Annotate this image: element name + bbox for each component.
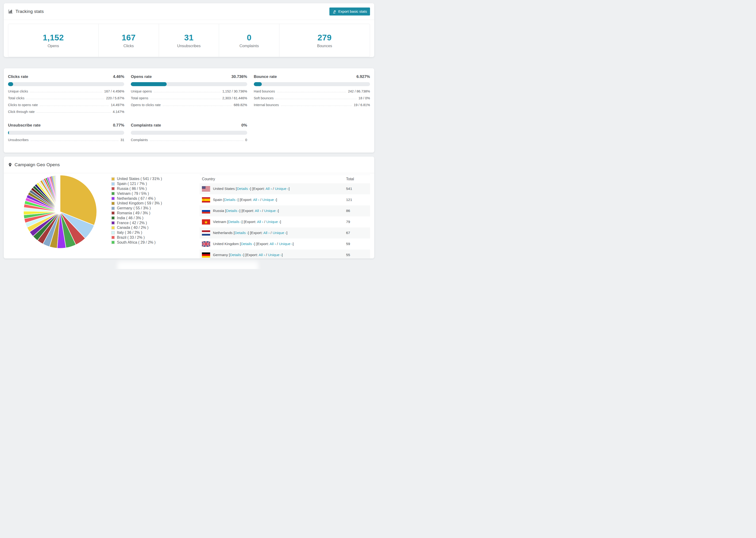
slash: / (259, 197, 262, 201)
rate-panel-opens-rate: Opens rate30.736%Unique opens1,152 / 30.… (131, 75, 247, 114)
export-all-link[interactable]: All › (259, 252, 265, 256)
legend-color-chip (111, 192, 115, 195)
gb-flag-icon (202, 241, 210, 247)
legend-item: Germany ( 55 / 3% ) (111, 206, 189, 211)
rate-detail-row: Total clicks220 / 5.87% (8, 95, 124, 100)
geo-header: Campaign Geo Opens (4, 157, 374, 173)
rate-detail-label: Clicks to opens rate (8, 103, 38, 107)
export-all-link[interactable]: All › (266, 187, 272, 190)
tracking-stats-card: Tracking stats Export basic stats 1,152O… (4, 3, 374, 57)
rate-panel-bounce-rate: Bounce rate6.927%Hard bounces242 / 86.73… (254, 75, 370, 114)
slash: / (270, 231, 273, 235)
dotted-leader (275, 99, 357, 99)
dotted-leader (30, 140, 119, 141)
dotted-leader (281, 106, 352, 106)
rate-detail-value: 242 / 86.738% (348, 89, 370, 93)
legend-label: Italy ( 36 / 2% ) (117, 231, 142, 235)
rate-detail-label: Click through rate (8, 110, 35, 114)
es-flag-icon (202, 197, 210, 202)
legend-item: Romania ( 49 / 3% ) (111, 211, 189, 216)
country-cell: Germany [Details ›] [Export: All › / Uni… (199, 249, 344, 259)
details-link[interactable]: Details › (230, 252, 243, 256)
details-link[interactable]: Details › (235, 231, 248, 235)
export-unique-link[interactable]: Unique › (275, 187, 289, 190)
details-link[interactable]: Details › (226, 208, 240, 212)
table-header-total: Total (344, 175, 370, 183)
export-all-link[interactable]: All › (263, 231, 270, 235)
dotted-leader (26, 99, 104, 99)
table-row-gb: United Kingdom [Details ›] [Export: All … (199, 239, 370, 249)
rate-detail-label: Unique clicks (8, 89, 28, 93)
blurred-overlay (117, 261, 258, 269)
rate-detail-value: 1,152 / 30.736% (222, 89, 247, 93)
rate-detail-label: Total opens (131, 96, 148, 100)
legend-color-chip (111, 211, 115, 215)
details-link[interactable]: Details › (224, 197, 238, 201)
legend-item: France ( 42 / 2% ) (111, 220, 189, 225)
legend-color-chip (111, 182, 115, 186)
export-unique-link[interactable]: Unique › (264, 208, 278, 212)
stat-value: 167 (122, 33, 136, 42)
pie-legend: United States ( 541 / 31% )Spain ( 121 /… (111, 175, 189, 245)
rates-grid: Clicks rate4.46%Unique clicks167 / 4.456… (8, 75, 370, 142)
export-icon (333, 10, 337, 14)
stat-cell-opens: 1,152Opens (8, 24, 99, 57)
export-all-link[interactable]: All › (253, 197, 259, 201)
legend-label: South Africa ( 29 / 2% ) (117, 241, 156, 244)
bracket: ] (243, 252, 245, 256)
export-label: [Export: (242, 208, 255, 212)
dotted-leader (163, 106, 232, 106)
rate-detail-label: Hard bounces (254, 89, 275, 93)
rate-value: 30.736% (232, 75, 247, 79)
rate-panel-unsubscribe-rate: Unsubscribe rate0.77%Unsubscribes31 (8, 123, 124, 142)
total-cell: 121 (344, 194, 370, 205)
rate-detail-row: Internal bounces19 / 6.81% (254, 102, 370, 107)
geo-pie-chart (23, 175, 97, 249)
legend-item: Brazil ( 33 / 2% ) (111, 235, 189, 240)
country-cell: United States [Details ›] [Export: All ›… (199, 183, 344, 194)
progress-bar (131, 82, 247, 86)
export-all-link[interactable]: All › (270, 242, 276, 245)
legend-label: Canada ( 40 / 2% ) (117, 226, 148, 230)
export-all-link[interactable]: All › (257, 219, 263, 224)
export-basic-stats-button[interactable]: Export basic stats (329, 8, 370, 16)
dotted-leader (150, 140, 243, 141)
tracking-stats-header: Tracking stats Export basic stats (4, 3, 374, 20)
dotted-leader (40, 106, 109, 106)
legend-label: India ( 46 / 3% ) (117, 216, 143, 220)
export-unique-link[interactable]: Unique › (273, 231, 287, 235)
rate-detail-row: Total opens2,303 / 61.446% (131, 95, 247, 100)
stat-label: Clicks (124, 44, 134, 48)
export-label: [Export: (256, 242, 270, 245)
bracket: ] (250, 187, 252, 190)
total-cell: 79 (344, 216, 370, 228)
rate-detail-value: 0 (245, 138, 247, 142)
legend-label: Vietnam ( 79 / 5% ) (117, 191, 149, 196)
details-link[interactable]: Details › (241, 242, 254, 245)
bracket: ] (289, 187, 290, 190)
table-row-vn: Vietnam [Details ›] [Export: All › / Uni… (199, 216, 370, 228)
stat-value: 1,152 (43, 33, 64, 42)
table-row-de: Germany [Details ›] [Export: All › / Uni… (199, 249, 370, 259)
stat-cell-clicks: 167Clicks (99, 24, 159, 57)
export-label: [Export: (252, 187, 266, 190)
bracket: ] (248, 231, 250, 235)
details-link[interactable]: Details › (228, 219, 242, 224)
legend-color-chip (111, 216, 115, 220)
legend-item: United Kingdom ( 59 / 3% ) (111, 201, 189, 206)
export-unique-link[interactable]: Unique › (266, 219, 280, 224)
details-link[interactable]: Details › (237, 187, 250, 190)
export-unique-link[interactable]: Unique › (268, 252, 282, 256)
nl-flag-icon (202, 230, 210, 236)
export-unique-link[interactable]: Unique › (279, 242, 293, 245)
export-all-link[interactable]: All › (255, 208, 261, 212)
stat-label: Opens (48, 44, 59, 48)
rate-title: Opens rate (131, 75, 152, 79)
export-unique-link[interactable]: Unique › (262, 197, 276, 201)
progress-bar (8, 131, 124, 135)
rate-detail-value: 4.147% (113, 110, 124, 114)
table-row-ru: Russia [Details ›] [Export: All › / Uniq… (199, 205, 370, 216)
rate-detail-value: 19 / 6.81% (354, 103, 370, 107)
rate-detail-value: 31 (121, 138, 124, 142)
de-flag-icon (202, 252, 210, 258)
